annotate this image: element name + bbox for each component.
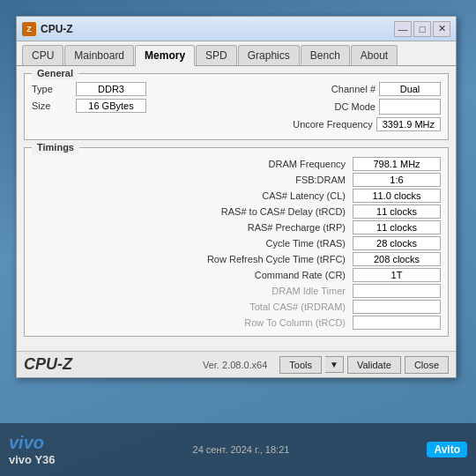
timing-value: 28 clocks: [353, 236, 441, 250]
tab-mainboard[interactable]: Mainboard: [64, 45, 134, 65]
timing-row: Row To Column (tRCD): [32, 315, 441, 331]
dc-mode-row: DC Mode: [238, 99, 441, 115]
timing-value: 11 clocks: [353, 220, 441, 234]
timing-value: [353, 300, 441, 314]
tools-button[interactable]: Tools: [279, 356, 322, 374]
timing-row: RAS# Precharge (tRP)11 clocks: [32, 219, 441, 235]
timing-label: RAS# to CAS# Delay (tRCD): [32, 206, 353, 217]
tab-spd[interactable]: SPD: [196, 45, 237, 65]
version-text: Ver. 2.08.0.x64: [203, 360, 267, 370]
timings-section-title: Timings: [32, 140, 79, 154]
close-app-button[interactable]: Close: [405, 356, 449, 374]
timing-value: 1:6: [353, 173, 441, 187]
size-value: 16 GBytes: [76, 99, 146, 113]
avito-badge: Avito: [427, 442, 467, 457]
timing-label: FSB:DRAM: [32, 175, 353, 185]
timing-value: [353, 284, 441, 298]
timing-value: 11 clocks: [353, 205, 441, 219]
timing-label: DRAM Frequency: [32, 159, 353, 169]
timings-rows: DRAM Frequency798.1 MHzFSB:DRAM1:6CAS# L…: [32, 156, 441, 331]
size-label: Size: [32, 100, 76, 111]
bottom-bar: CPU-Z Ver. 2.08.0.x64 Tools ▼ Validate C…: [17, 351, 456, 377]
validate-button[interactable]: Validate: [347, 356, 401, 374]
timing-row: Command Rate (CR)1T: [32, 267, 441, 283]
general-inner: Type DDR3 Size 16 GBytes Channel # Dual: [25, 82, 448, 139]
timing-label: Command Rate (CR): [32, 270, 353, 280]
timing-row: FSB:DRAM1:6: [32, 172, 441, 188]
dc-mode-label: DC Mode: [335, 101, 379, 112]
timing-value: 1T: [353, 268, 441, 282]
general-right: Channel # Dual DC Mode Uncore Frequency …: [238, 82, 441, 134]
timing-value: 11.0 clocks: [353, 189, 441, 203]
channel-label: Channel #: [331, 84, 379, 94]
timing-row: RAS# to CAS# Delay (tRCD)11 clocks: [32, 204, 441, 219]
uncore-freq-label: Uncore Frequency: [293, 119, 376, 130]
timing-row: CAS# Latency (CL)11.0 clocks: [32, 188, 441, 204]
channel-row: Channel # Dual: [238, 82, 441, 96]
uncore-freq-row: Uncore Frequency 3391.9 MHz: [238, 117, 441, 131]
type-label: Type: [32, 84, 76, 94]
uncore-freq-value: 3391.9 MHz: [376, 117, 441, 131]
timing-value: 208 clocks: [353, 252, 441, 266]
timing-row: DRAM Idle Timer: [32, 283, 441, 299]
timing-value: [353, 316, 441, 330]
memory-content: General Type DDR3 Size 16 GBytes: [17, 66, 456, 351]
timings-section: Timings DRAM Frequency798.1 MHzFSB:DRAM1…: [24, 147, 449, 337]
timing-label: RAS# Precharge (tRP): [32, 222, 353, 233]
tab-memory[interactable]: Memory: [135, 45, 195, 66]
tab-cpu[interactable]: CPU: [22, 45, 63, 65]
channel-value: Dual: [379, 82, 441, 96]
phone-brand-logo: vivo vivo Y36: [9, 433, 56, 466]
timing-label: Row Refresh Cycle Time (tRFC): [32, 254, 353, 264]
title-bar: Z CPU-Z — □ ✕: [17, 17, 456, 41]
phone-bottom-bar: vivo vivo Y36 24 сент. 2024 г., 18:21 Av…: [0, 423, 476, 476]
bottom-logo: CPU-Z: [24, 355, 199, 374]
timing-row: Total CAS# (tRDRAM): [32, 299, 441, 315]
general-left: Type DDR3 Size 16 GBytes: [32, 82, 234, 134]
general-section: General Type DDR3 Size 16 GBytes: [24, 73, 449, 140]
tab-bench[interactable]: Bench: [301, 45, 350, 65]
timing-label: CAS# Latency (CL): [32, 190, 353, 201]
general-section-title: General: [32, 66, 78, 80]
tab-about[interactable]: About: [351, 45, 398, 65]
phone-date: 24 сент. 2024 г., 18:21: [193, 444, 290, 455]
timing-row: Row Refresh Cycle Time (tRFC)208 clocks: [32, 251, 441, 267]
cpuz-window: Z CPU-Z — □ ✕ CPU Mainboard Memory SPD G…: [16, 16, 457, 378]
timing-label: Row To Column (tRCD): [32, 317, 353, 328]
timing-label: Total CAS# (tRDRAM): [32, 301, 353, 312]
phone-model: vivo Y36: [9, 453, 56, 466]
window-title: CPU-Z: [41, 23, 394, 35]
timing-label: DRAM Idle Timer: [32, 286, 353, 296]
tools-dropdown-button[interactable]: ▼: [325, 356, 344, 373]
minimize-button[interactable]: —: [394, 21, 412, 37]
general-grid: Type DDR3 Size 16 GBytes Channel # Dual: [32, 82, 441, 134]
timing-row: DRAM Frequency798.1 MHz: [32, 156, 441, 172]
timings-inner: DRAM Frequency798.1 MHzFSB:DRAM1:6CAS# L…: [25, 156, 448, 336]
close-button[interactable]: ✕: [433, 21, 450, 37]
timing-label: Cycle Time (tRAS): [32, 238, 353, 249]
tab-graphics[interactable]: Graphics: [238, 45, 300, 65]
type-value: DDR3: [76, 82, 146, 96]
type-row: Type DDR3: [32, 82, 234, 96]
tab-bar: CPU Mainboard Memory SPD Graphics Bench …: [17, 41, 456, 66]
maximize-button[interactable]: □: [413, 21, 431, 37]
dc-mode-value: [379, 99, 441, 115]
timing-row: Cycle Time (tRAS)28 clocks: [32, 235, 441, 251]
size-row: Size 16 GBytes: [32, 99, 234, 113]
window-controls: — □ ✕: [394, 21, 450, 37]
timing-value: 798.1 MHz: [353, 157, 441, 171]
app-icon: Z: [22, 22, 36, 36]
